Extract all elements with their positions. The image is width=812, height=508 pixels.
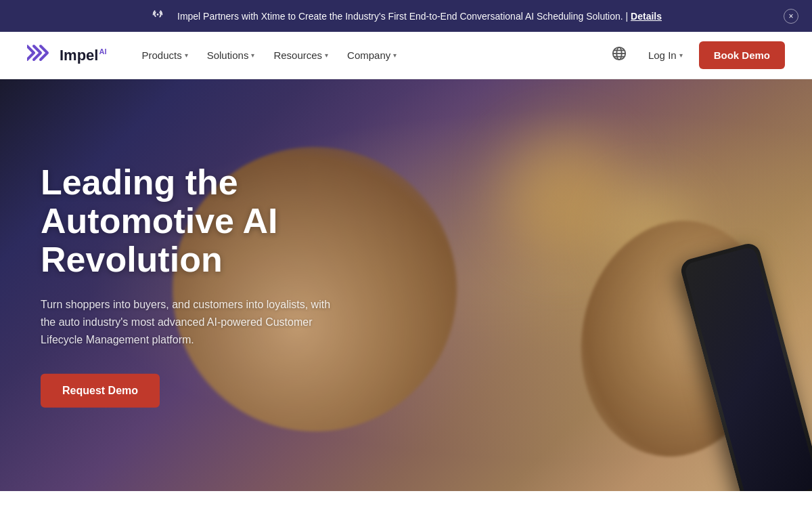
hero-section: Leading the Automotive AI Revolution Tur… — [0, 79, 812, 491]
chevron-down-icon: ▾ — [393, 51, 397, 59]
nav-item-company[interactable]: Company ▾ — [339, 44, 405, 66]
announcement-link[interactable]: Details — [631, 11, 662, 22]
login-button[interactable]: Log In ▾ — [640, 44, 691, 66]
logo-wordmark: ImpelAI — [60, 47, 106, 64]
language-selector-button[interactable] — [606, 41, 632, 70]
navbar: ImpelAI Products ▾ Solutions ▾ Resources… — [0, 32, 812, 79]
svg-point-0 — [157, 14, 159, 16]
chevron-down-icon: ▾ — [325, 51, 328, 59]
signal-icon — [150, 7, 165, 25]
nav-item-products[interactable]: Products ▾ — [133, 44, 196, 66]
announcement-text: Impel Partners with Xtime to Create the … — [177, 11, 662, 22]
chevron-down-icon: ▾ — [679, 51, 683, 59]
nav-links: Products ▾ Solutions ▾ Resources ▾ Compa… — [133, 44, 606, 66]
nav-item-resources[interactable]: Resources ▾ — [265, 44, 336, 66]
hero-content: Leading the Automotive AI Revolution Tur… — [41, 163, 392, 408]
chevron-down-icon: ▾ — [251, 51, 254, 59]
hero-subtitle: Turn shoppers into buyers, and customers… — [41, 295, 338, 349]
nav-right: Log In ▾ Book Demo — [606, 41, 785, 70]
logo[interactable]: ImpelAI — [27, 43, 106, 68]
bokeh-light-1 — [501, 133, 623, 255]
logo-icon — [27, 43, 53, 68]
request-demo-button[interactable]: Request Demo — [41, 373, 160, 407]
hero-title: Leading the Automotive AI Revolution — [41, 163, 392, 280]
chevron-down-icon: ▾ — [185, 51, 188, 59]
announcement-close-button[interactable]: × — [784, 9, 798, 24]
announcement-bar: Impel Partners with Xtime to Create the … — [0, 0, 812, 32]
book-demo-button[interactable]: Book Demo — [699, 41, 785, 69]
nav-item-solutions[interactable]: Solutions ▾ — [199, 44, 263, 66]
